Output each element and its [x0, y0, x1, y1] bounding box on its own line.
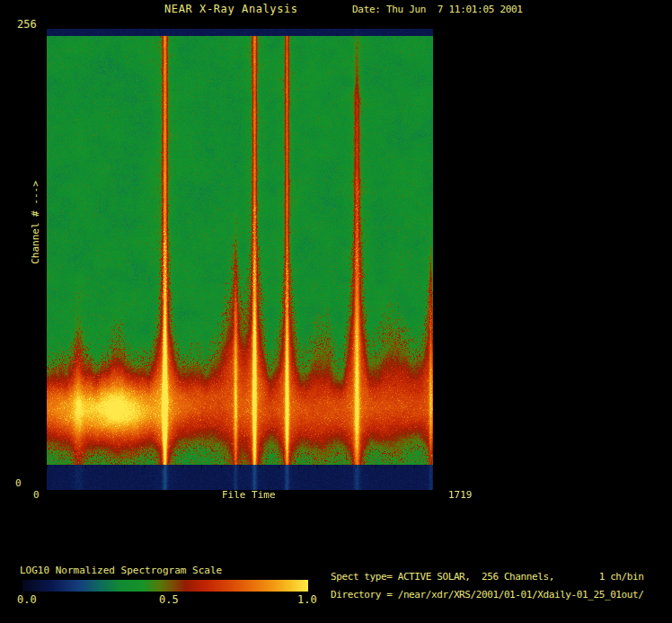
- colorbar-tick-05: 0.5: [159, 594, 179, 606]
- x-axis-max-tick: 1719: [448, 490, 473, 501]
- y-axis-min-tick: 0: [15, 478, 22, 489]
- colorbar-title: LOG10 Normalized Spectrogram Scale: [20, 565, 222, 576]
- y-axis-label: Channel # --->: [31, 173, 44, 273]
- spectrogram-canvas: [47, 29, 433, 490]
- x-axis-min-tick: 0: [33, 490, 40, 501]
- colorbar-tick-0: 0.0: [17, 594, 37, 606]
- spect-type-line: Spect type= ACTIVE SOLAR, 256 Channels, …: [331, 572, 643, 583]
- x-axis-label: File Time: [222, 490, 276, 501]
- page-title: NEAR X-Ray Analysis: [164, 4, 298, 15]
- colorbar-gradient: [22, 580, 308, 592]
- directory-line: Directory = /near/xdr/XRS/2001/01-01/Xda…: [331, 590, 643, 601]
- xray-analysis-window: NEAR X-Ray Analysis Date: Thu Jun 7 11:0…: [0, 0, 672, 623]
- colorbar-tick-1: 1.0: [297, 594, 317, 606]
- header-date: Date: Thu Jun 7 11:01:05 2001: [352, 4, 523, 15]
- y-axis-max-tick: 256: [17, 19, 37, 31]
